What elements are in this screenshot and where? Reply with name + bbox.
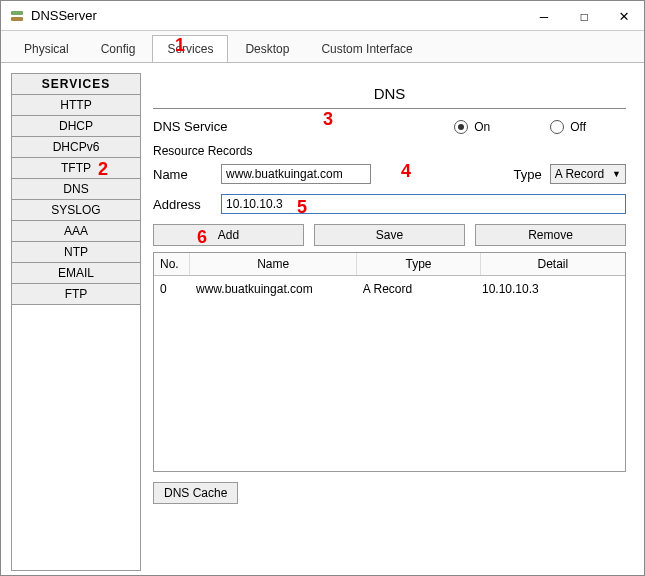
th-name[interactable]: Name bbox=[190, 253, 357, 275]
sidebar-item-ntp[interactable]: NTP bbox=[12, 242, 140, 263]
radio-off[interactable]: Off bbox=[550, 120, 586, 134]
type-select-value: A Record bbox=[555, 167, 604, 181]
add-button[interactable]: Add bbox=[153, 224, 304, 246]
address-label: Address bbox=[153, 197, 213, 212]
window-title: DNSServer bbox=[31, 8, 524, 23]
table-row[interactable]: 0 www.buatkuingat.com A Record 10.10.10.… bbox=[154, 276, 625, 302]
tab-bar: Physical Config Services Desktop Custom … bbox=[1, 31, 644, 63]
dns-service-label: DNS Service bbox=[153, 119, 227, 134]
tab-desktop[interactable]: Desktop bbox=[230, 35, 304, 62]
radio-off-label: Off bbox=[570, 120, 586, 134]
close-button[interactable]: ✕ bbox=[604, 1, 644, 31]
dns-cache-button[interactable]: DNS Cache bbox=[153, 482, 238, 504]
sidebar-item-email[interactable]: EMAIL bbox=[12, 263, 140, 284]
radio-on-label: On bbox=[474, 120, 490, 134]
th-no[interactable]: No. bbox=[154, 253, 190, 275]
type-select[interactable]: A Record ▼ bbox=[550, 164, 626, 184]
remove-button[interactable]: Remove bbox=[475, 224, 626, 246]
td-detail: 10.10.10.3 bbox=[482, 282, 625, 296]
tab-custom-interface[interactable]: Custom Interface bbox=[306, 35, 427, 62]
minimize-button[interactable]: — bbox=[524, 1, 564, 31]
chevron-down-icon: ▼ bbox=[612, 169, 621, 179]
sidebar-item-dhcp[interactable]: DHCP bbox=[12, 116, 140, 137]
records-table: No. Name Type Detail 0 www.buatkuingat.c… bbox=[153, 252, 626, 472]
tab-config[interactable]: Config bbox=[86, 35, 151, 62]
radio-on-icon bbox=[454, 120, 468, 134]
sidebar-item-syslog[interactable]: SYSLOG bbox=[12, 200, 140, 221]
svg-rect-0 bbox=[11, 11, 23, 15]
tab-physical[interactable]: Physical bbox=[9, 35, 84, 62]
tab-services[interactable]: Services bbox=[152, 35, 228, 62]
divider bbox=[153, 108, 626, 109]
save-button[interactable]: Save bbox=[314, 224, 465, 246]
th-detail[interactable]: Detail bbox=[481, 253, 625, 275]
radio-off-icon bbox=[550, 120, 564, 134]
address-input[interactable] bbox=[221, 194, 626, 214]
sidebar-item-dns[interactable]: DNS bbox=[12, 179, 140, 200]
resource-records-label: Resource Records bbox=[153, 144, 626, 158]
sidebar-item-ftp[interactable]: FTP bbox=[12, 284, 140, 305]
radio-on[interactable]: On bbox=[454, 120, 490, 134]
dns-panel: DNS DNS Service On Off Resource Records … bbox=[153, 73, 634, 563]
server-icon bbox=[9, 8, 25, 24]
sidebar-item-http[interactable]: HTTP bbox=[12, 95, 140, 116]
th-type[interactable]: Type bbox=[357, 253, 480, 275]
td-no: 0 bbox=[160, 282, 196, 296]
type-label: Type bbox=[514, 167, 542, 182]
svg-rect-1 bbox=[11, 17, 23, 21]
panel-title: DNS bbox=[153, 77, 626, 106]
td-type: A Record bbox=[363, 282, 482, 296]
sidebar-item-aaa[interactable]: AAA bbox=[12, 221, 140, 242]
sidebar-item-dhcpv6[interactable]: DHCPv6 bbox=[12, 137, 140, 158]
services-sidebar: SERVICES HTTP DHCP DHCPv6 TFTP DNS SYSLO… bbox=[11, 73, 141, 571]
sidebar-item-tftp[interactable]: TFTP bbox=[12, 158, 140, 179]
services-header: SERVICES bbox=[12, 74, 140, 95]
name-input[interactable] bbox=[221, 164, 371, 184]
name-label: Name bbox=[153, 167, 213, 182]
titlebar: DNSServer — ☐ ✕ bbox=[1, 1, 644, 31]
window-controls: — ☐ ✕ bbox=[524, 1, 644, 31]
maximize-button[interactable]: ☐ bbox=[564, 1, 604, 31]
td-name: www.buatkuingat.com bbox=[196, 282, 363, 296]
